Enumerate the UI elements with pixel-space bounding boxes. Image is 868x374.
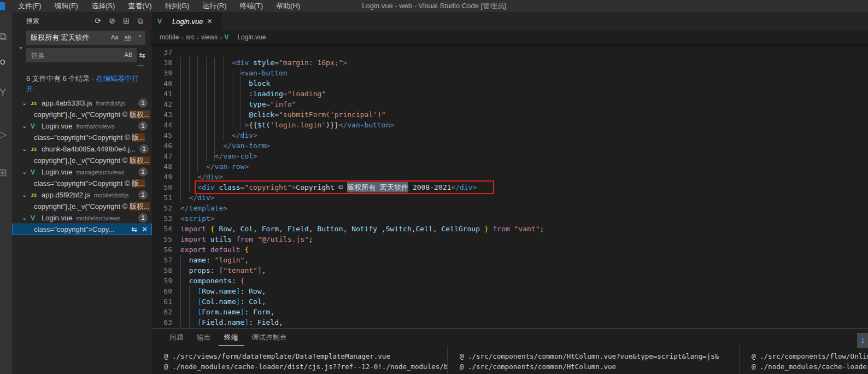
code-line-61[interactable]: 61[Col.name]: Col,	[152, 296, 868, 307]
chevron-down-icon[interactable]: ⌄	[22, 191, 31, 198]
panel-tab-输出[interactable]: 输出	[191, 332, 216, 346]
code-line-47[interactable]: 47</van-col>	[152, 151, 868, 161]
search-match-row[interactable]: copyright"},[e._v("Copyright © 版权...	[12, 201, 152, 212]
bottom-panel: 问题输出终端调试控制台 @ ./src/views/form/dataTempl…	[152, 328, 868, 374]
search-result-file-row[interactable]: ⌄JSapp.d5f92bf2.jsmobile\dist\js1	[12, 189, 152, 201]
code-line-38[interactable]: 38<div style="margin: 16px;">	[152, 57, 868, 68]
clear-results-icon[interactable]: ⊘	[107, 16, 117, 26]
search-result-file-row[interactable]: ⌄JSapp.4ab533f3.jsfront\dist\js1	[12, 97, 152, 109]
vue-file-icon: V	[31, 214, 42, 222]
code-line-39[interactable]: 39<van-button	[152, 68, 868, 78]
activity-bar: ⧉○Y▷⊞	[0, 12, 12, 374]
toggle-replace-chevron-icon[interactable]: ⌄	[15, 31, 26, 62]
match-text: copyright"},[e._v("Copyright © 版权...	[34, 110, 150, 119]
source-control-icon[interactable]: Y	[0, 86, 10, 98]
extensions-icon[interactable]: ⊞	[0, 166, 10, 179]
replace-all-icon[interactable]: ⇆	[139, 51, 145, 60]
dismiss-icon[interactable]: ✕	[142, 224, 148, 235]
panel-tab-调试控制台[interactable]: 调试控制台	[246, 332, 292, 346]
explorer-icon[interactable]: ⧉	[0, 31, 10, 43]
code-line-62[interactable]: 62[Form.name]: Form,	[152, 307, 868, 317]
code-editor[interactable]: 3738<div style="margin: 16px;">39<van-bu…	[152, 44, 868, 328]
code-line-42[interactable]: 42type="info"	[152, 99, 868, 109]
code-line-55[interactable]: 55import utils from "@/utils.js";	[152, 234, 868, 244]
code-line-46[interactable]: 46</van-form>	[152, 141, 868, 151]
terminal-corner-badge[interactable]: 1	[857, 333, 868, 348]
search-result-file-row[interactable]: ⌄JSchunk-8a4b085a.449fb0e4.j...1	[12, 143, 152, 155]
whole-word-icon[interactable]: ab	[122, 33, 132, 42]
search-match-row[interactable]: copyright"},[e._v("Copyright © 版权...	[12, 109, 152, 120]
match-case-icon[interactable]: Aa	[109, 33, 120, 42]
regex-icon[interactable]: .*	[136, 33, 143, 42]
chevron-down-icon[interactable]: ⌄	[22, 145, 31, 153]
menu-item-7[interactable]: 帮助(H)	[269, 0, 307, 12]
code-line-53[interactable]: 53<script>	[152, 213, 868, 224]
panel-tab-问题[interactable]: 问题	[164, 332, 189, 346]
chevron-down-icon[interactable]: ⌄	[22, 122, 31, 130]
new-search-editor-icon[interactable]: ⊞	[121, 16, 131, 26]
match-text: copyright"},[e._v("Copyright © 版权...	[34, 156, 150, 165]
tab-login-vue[interactable]: V Login.vue ✕	[152, 12, 222, 31]
terminal-pane-1[interactable]: @ ./src/views/form/dataTemplate/DataTemp…	[152, 346, 447, 374]
chevron-down-icon[interactable]: ⌄	[22, 168, 31, 176]
code-line-44[interactable]: 44>{{$t('login.login')}}</van-button>	[152, 120, 868, 130]
breadcrumb-item-Login.vue[interactable]: VLogin.vue	[224, 33, 266, 41]
menu-item-6[interactable]: 终端(T)	[233, 0, 269, 12]
chevron-down-icon[interactable]: ⌄	[22, 100, 31, 107]
panel-tab-bar: 问题输出终端调试控制台	[152, 329, 868, 346]
tab-close-icon[interactable]: ✕	[207, 17, 212, 25]
code-line-51[interactable]: 51</div>	[152, 192, 868, 203]
search-match-row[interactable]: copyright"},[e._v("Copyright © 版权...	[12, 155, 152, 166]
code-line-63[interactable]: 63[Field.name]: Field,	[152, 317, 868, 328]
breadcrumb-item-mobile[interactable]: mobile	[160, 33, 179, 41]
search-result-file-row[interactable]: ⌄VLogin.vuefront\src\views1	[12, 120, 152, 132]
code-line-54[interactable]: 54import { Row, Col, Form, Field, Button…	[152, 224, 868, 234]
run-debug-icon[interactable]: ▷	[0, 128, 10, 141]
replace-input[interactable]	[26, 48, 137, 62]
search-icon[interactable]: ○	[0, 56, 10, 68]
result-file-path: front\dist\js	[96, 100, 138, 107]
preserve-case-icon[interactable]: AB	[123, 50, 134, 59]
search-match-row[interactable]: class="copyright">Copy...⇆✕	[12, 224, 152, 235]
search-results-list: ⌄JSapp.4ab533f3.jsfront\dist\js1copyrigh…	[12, 97, 152, 235]
breadcrumb-item-views[interactable]: views	[201, 33, 218, 41]
menu-item-1[interactable]: 编辑(E)	[48, 0, 85, 12]
code-line-40[interactable]: 40block	[152, 78, 868, 89]
code-line-60[interactable]: 60[Row.name]: Row,	[152, 286, 868, 296]
toggle-search-details-icon[interactable]: ⋯	[12, 62, 152, 70]
terminal-pane-3[interactable]: @ ./src/components/flow/Onlin@ ./node_mo…	[739, 346, 868, 374]
terminal-pane-2[interactable]: @ ./src/components/common/HtColumn.vue?v…	[447, 346, 739, 374]
terminal-output[interactable]: @ ./src/views/form/dataTemplate/DataTemp…	[152, 346, 868, 374]
result-count-badge: 1	[138, 121, 148, 131]
code-line-57[interactable]: 57name: "login",	[152, 255, 868, 265]
code-line-56[interactable]: 56export default {	[152, 244, 868, 255]
search-result-file-row[interactable]: ⌄VLogin.vuemanage\src\views1	[12, 166, 152, 178]
menu-item-2[interactable]: 选择(S)	[85, 0, 121, 12]
code-line-59[interactable]: 59components: {	[152, 276, 868, 286]
menu-item-5[interactable]: 运行(R)	[196, 0, 233, 12]
js-file-icon: JS	[31, 101, 42, 106]
menu-item-4[interactable]: 转到(G)	[159, 0, 196, 12]
search-result-file-row[interactable]: ⌄VLogin.vuemobile\src\views1	[12, 212, 152, 224]
code-line-37[interactable]: 37	[152, 47, 868, 57]
code-line-48[interactable]: 48</van-row>	[152, 161, 868, 172]
open-in-editor-icon[interactable]: ⧉	[136, 16, 145, 26]
refresh-icon[interactable]: ⟳	[93, 16, 103, 26]
code-line-50[interactable]: 50<div class="copyright">Copyright © 版权所…	[152, 182, 868, 192]
menu-item-3[interactable]: 查看(V)	[121, 0, 158, 12]
menu-item-0[interactable]: 文件(F)	[11, 0, 48, 12]
search-match-row[interactable]: class="copyright">Copyright © 版...	[12, 132, 152, 143]
chevron-down-icon[interactable]: ⌄	[22, 214, 31, 221]
code-line-41[interactable]: 41:loading="loading"	[152, 89, 868, 99]
code-line-45[interactable]: 45</div>	[152, 130, 868, 141]
panel-tab-终端[interactable]: 终端	[219, 332, 244, 346]
breadcrumb-item-src[interactable]: src	[186, 33, 195, 41]
search-match-row[interactable]: class="copyright">Copyright © 版...	[12, 178, 152, 189]
code-line-52[interactable]: 52</template>	[152, 203, 868, 213]
code-line-43[interactable]: 43@click="submitForm('principal')"	[152, 109, 868, 120]
match-text: class="copyright">Copyright © 版...	[34, 179, 145, 188]
replace-icon[interactable]: ⇆	[131, 224, 137, 235]
code-line-49[interactable]: 49</div>	[152, 172, 868, 182]
js-file-icon: JS	[31, 147, 42, 152]
code-line-58[interactable]: 58props: ["tenant"],	[152, 265, 868, 276]
